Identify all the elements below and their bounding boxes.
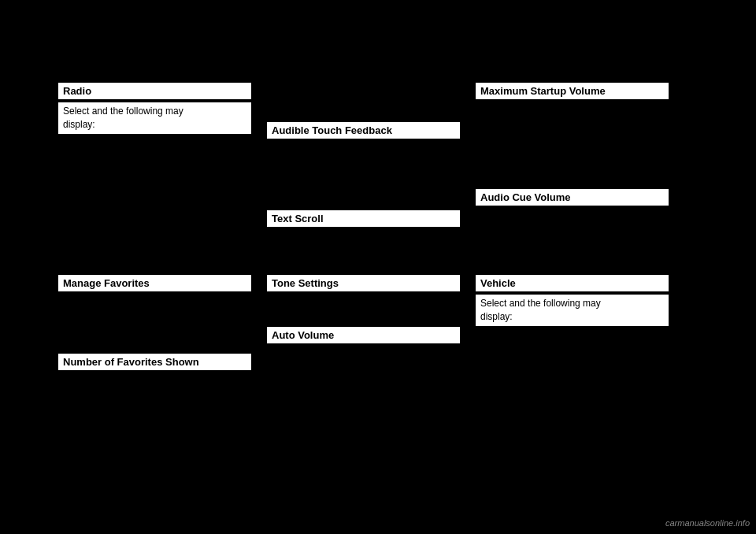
vehicle-description: Select and the following maydisplay: (476, 295, 669, 326)
auto-volume-label: Auto Volume (267, 327, 460, 343)
audio-cue-volume-label: Audio Cue Volume (476, 189, 669, 206)
maximum-startup-volume-label: Maximum Startup Volume (476, 83, 669, 99)
tone-settings-label: Tone Settings (267, 275, 460, 291)
page-content: Radio Select and the following maydispla… (0, 0, 756, 534)
radio-description: Select and the following maydisplay: (58, 102, 251, 134)
text-scroll-label: Text Scroll (267, 210, 460, 227)
audible-touch-feedback-label: Audible Touch Feedback (267, 122, 460, 139)
radio-label: Radio (58, 83, 251, 99)
watermark: carmanualsonline.info (665, 518, 750, 528)
number-of-favorites-label: Number of Favorites Shown (58, 354, 251, 370)
manage-favorites-label: Manage Favorites (58, 275, 251, 291)
vehicle-label: Vehicle (476, 275, 669, 291)
